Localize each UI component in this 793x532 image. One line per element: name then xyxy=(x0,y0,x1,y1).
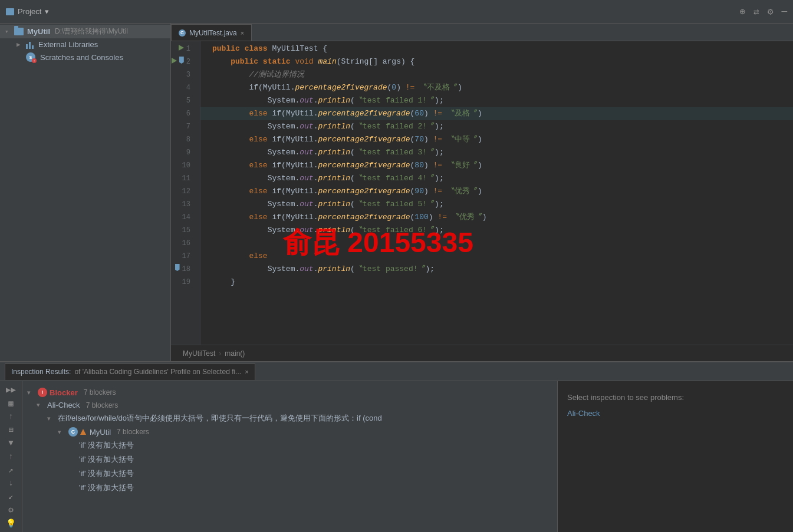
right-panel-text: Select inspection to see problems: xyxy=(567,393,784,402)
code-line-7: System.out.println(〝test failed 2!〞); xyxy=(200,120,793,133)
folder-icon xyxy=(6,8,14,15)
up-button[interactable]: ↑ xyxy=(4,452,18,461)
external-libraries-label: External Libraries xyxy=(38,40,98,49)
item-label-1: 'if' 没有加大括号 xyxy=(79,454,134,465)
breadcrumb-bar: MyUtilTest › main() xyxy=(171,345,793,361)
line-number-6: 6 xyxy=(171,107,194,120)
run-icon-2[interactable] xyxy=(172,55,177,68)
line-number-19: 19 xyxy=(171,276,194,289)
sidebar-item-scratches[interactable]: ▶ S ↑ Scratches and Consoles xyxy=(0,51,170,64)
editor-area: C MyUtilTest.java × 12345678910111213141… xyxy=(171,24,793,361)
rule-label: 在if/else/for/while/do语句中必须使用大括号，即使只有一行代码… xyxy=(58,413,382,424)
line-number-10: 10 xyxy=(171,159,194,172)
ali-check-count: 7 blockers xyxy=(86,401,119,409)
line-number-12: 12 xyxy=(171,185,194,198)
tree-item-3[interactable]: ▶ 'if' 没有加大括号 xyxy=(22,481,557,495)
down-button[interactable]: ↓ xyxy=(4,478,18,488)
line-number-9: 9 xyxy=(171,146,194,159)
code-line-8: else if(MyUtil.percentage2fivegrade(70) … xyxy=(200,133,793,146)
top-toolbar: Project ▾ ⊕ ⇄ ⚙ — xyxy=(0,0,793,24)
myutil-label: MyUtil xyxy=(90,428,111,437)
globe-icon[interactable]: ⊕ xyxy=(739,6,745,18)
sidebar: ▾ MyUtil D:\曹翔给我拷得\MyUtil ▶ External Lib… xyxy=(0,24,171,361)
project-name: MyUtil xyxy=(27,27,50,36)
code-editor[interactable]: 12345678910111213141516171819 public cla… xyxy=(171,41,793,345)
item-label-0: 'if' 没有加大括号 xyxy=(79,440,134,451)
breadcrumb-method: main() xyxy=(225,349,245,358)
dropdown-icon[interactable]: ▾ xyxy=(45,7,49,16)
breadcrumb-class: MyUtilTest xyxy=(183,349,215,358)
line-number-1: 1 xyxy=(171,42,194,55)
line-number-5: 5 xyxy=(171,94,194,107)
bottom-tab-bar: Inspection Results: of 'Alibaba Coding G… xyxy=(0,362,793,381)
layout-button[interactable]: ▦ xyxy=(4,398,18,408)
line-number-7: 7 xyxy=(171,120,194,133)
project-selector[interactable]: Project ▾ xyxy=(6,7,49,16)
code-line-10: else if(MyUtil.percentage2fivegrade(80) … xyxy=(200,159,793,172)
ali-check-link[interactable]: Ali-Check xyxy=(567,409,600,418)
tree-item-0[interactable]: ▶ 'if' 没有加大括号 xyxy=(22,438,557,452)
code-line-1: public class MyUtilTest { xyxy=(200,42,793,55)
tree-item-2[interactable]: ▶ 'if' 没有加大括号 xyxy=(22,467,557,481)
code-line-9: System.out.println(〝test failed 3!〞); xyxy=(200,146,793,159)
gear-icon[interactable]: ⚙ xyxy=(768,6,774,18)
tab-filename: MyUtilTest.java xyxy=(189,29,237,37)
tree-item-1[interactable]: ▶ 'if' 没有加大括号 xyxy=(22,452,557,467)
line-number-16: 16 xyxy=(171,237,194,250)
expand-button[interactable]: ↙ xyxy=(4,491,18,501)
ali-check-row[interactable]: ▾ Ali-Check 7 blockers xyxy=(22,399,557,411)
code-line-3: //测试边界情况 xyxy=(200,68,793,81)
java-class-icon: C xyxy=(179,29,186,37)
rule-arrow: ▾ xyxy=(47,415,55,422)
inspection-tab-label: Inspection Results: xyxy=(11,368,71,376)
filter-button[interactable]: ▼ xyxy=(4,438,18,448)
bulb-button[interactable]: 💡 xyxy=(4,518,18,528)
project-root-item[interactable]: ▾ MyUtil D:\曹翔给我拷得\MyUtil xyxy=(0,25,170,38)
blocker-icon: ! xyxy=(38,388,47,397)
run-icon-1[interactable] xyxy=(179,42,184,55)
blocker-label: Blocker xyxy=(50,388,78,397)
arrow-right-button[interactable]: ↗ xyxy=(4,465,18,475)
code-line-4: if(MyUtil.percentage2fivegrade(0) != 〝不及… xyxy=(200,81,793,94)
rule-row[interactable]: ▾ 在if/else/for/while/do语句中必须使用大括号，即使只有一行… xyxy=(22,411,557,425)
code-line-11: System.out.println(〝test failed 4!〞); xyxy=(200,172,793,185)
ali-check-label: Ali-Check xyxy=(47,401,80,409)
export-button[interactable]: ↑ xyxy=(4,412,18,421)
tab-close-button[interactable]: × xyxy=(241,29,244,37)
code-line-15: System.out.println(〝test failed 6!〞); xyxy=(200,224,793,237)
code-line-17: else xyxy=(200,250,793,263)
blocker-row[interactable]: ▾ ! Blocker 7 blockers xyxy=(22,386,557,399)
bookmark-icon-18 xyxy=(175,263,180,276)
sidebar-item-external-libraries[interactable]: ▶ External Libraries xyxy=(0,38,170,51)
bottom-panel: Inspection Results: of 'Alibaba Coding G… xyxy=(0,361,793,532)
myutil-row[interactable]: ▾ C MyUtil 7 blockers xyxy=(22,425,557,438)
bottom-left-toolbar: ▶▶ ▦ ↑ ⊞ ▼ ↑ ↗ ↓ ↙ ⚙ 💡 xyxy=(0,381,22,532)
libraries-icon xyxy=(26,41,34,49)
inspection-results-tab[interactable]: Inspection Results: of 'Alibaba Coding G… xyxy=(5,364,255,380)
project-label: Project xyxy=(18,7,41,16)
tab-bar: C MyUtilTest.java × xyxy=(171,24,793,41)
import-button[interactable]: ⊞ xyxy=(4,425,18,435)
code-line-16 xyxy=(200,237,793,250)
code-line-19: } xyxy=(200,276,793,289)
run-button[interactable]: ▶▶ xyxy=(4,385,18,395)
item-label-3: 'if' 没有加大括号 xyxy=(79,483,134,493)
code-line-5: System.out.println(〝test failed 1!〞); xyxy=(200,94,793,107)
bottom-content: ▶▶ ▦ ↑ ⊞ ▼ ↑ ↗ ↓ ↙ ⚙ 💡 ▾ ! Blocker 7 blo… xyxy=(0,381,793,532)
minimize-icon[interactable]: — xyxy=(781,6,787,17)
myutil-arrow: ▾ xyxy=(58,428,66,436)
expand-arrow: ▾ xyxy=(5,28,12,35)
file-tab[interactable]: C MyUtilTest.java × xyxy=(171,24,252,41)
settings-button[interactable]: ⚙ xyxy=(4,505,18,515)
project-path: D:\曹翔给我拷得\MyUtil xyxy=(55,27,128,37)
code-line-6: else if(MyUtil.percentage2fivegrade(60) … xyxy=(200,107,793,120)
arrows-icon[interactable]: ⇄ xyxy=(753,6,759,18)
line-number-8: 8 xyxy=(171,133,194,146)
line-number-4: 4 xyxy=(171,81,194,94)
line-number-14: 14 xyxy=(171,211,194,224)
project-folder-icon xyxy=(14,28,24,35)
line-numbers: 12345678910111213141516171819 xyxy=(171,41,200,345)
inspection-tab-close[interactable]: × xyxy=(245,368,248,375)
right-panel: Select inspection to see problems: Ali-C… xyxy=(557,381,793,532)
blocker-arrow: ▾ xyxy=(27,389,35,396)
